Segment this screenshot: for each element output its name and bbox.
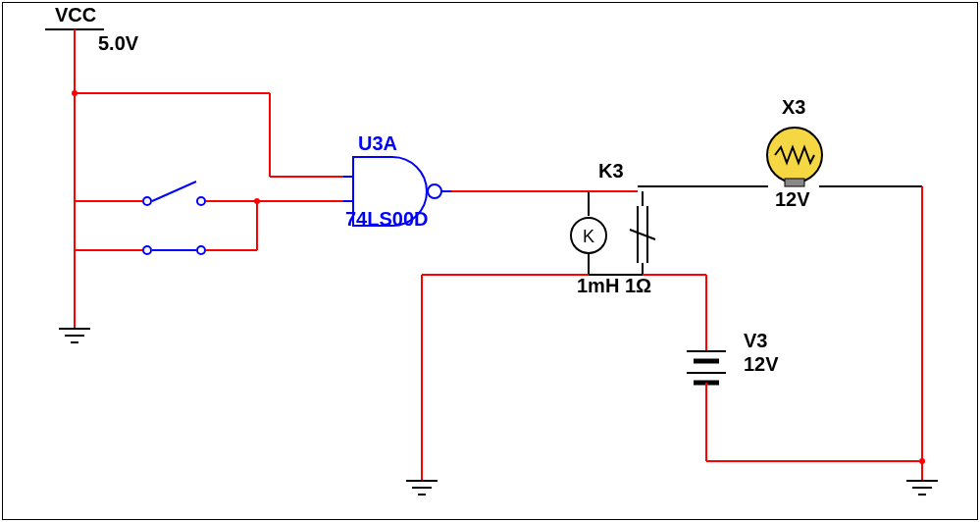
- ground-relay: [406, 481, 438, 495]
- switch1-terminal-right: [197, 197, 205, 205]
- gate-part: 74LS00D: [345, 208, 429, 231]
- gate-refdes: U3A: [358, 132, 397, 155]
- source-value: 12V: [744, 353, 779, 376]
- relay-refdes: K3: [598, 160, 624, 183]
- switch2-terminal-right: [197, 246, 205, 254]
- switch1-terminal-left: [143, 197, 151, 205]
- lamp-refdes: X3: [782, 96, 805, 119]
- vcc-value: 5.0V: [98, 32, 138, 55]
- svg-point-3: [428, 184, 441, 198]
- switch2-terminal-left: [143, 246, 151, 254]
- switch1-blade: [152, 182, 196, 201]
- lamp-x3: [767, 128, 822, 186]
- ground-left: [59, 329, 90, 342]
- relay-value: 1mH 1Ω: [577, 275, 651, 297]
- ground-right: [906, 481, 938, 495]
- source-refdes: V3: [744, 330, 767, 352]
- relay-coil: K: [571, 218, 606, 253]
- lamp-value: 12V: [775, 188, 810, 211]
- schematic-drawing: K: [0, 0, 980, 522]
- battery-v3: [687, 351, 726, 383]
- svg-rect-17: [785, 179, 804, 186]
- relay-contact: [630, 206, 655, 263]
- vcc-name: VCC: [55, 4, 96, 26]
- svg-text:K: K: [583, 227, 594, 246]
